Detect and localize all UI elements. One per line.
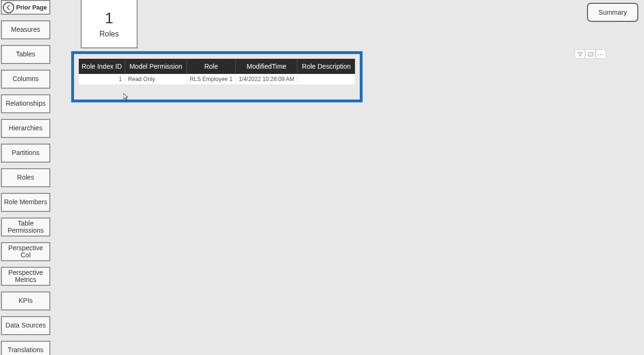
prior-page-button[interactable]: Prior Page	[1, 0, 50, 15]
sidebar-item-perspective-metrics[interactable]: Perspective Metrics	[1, 267, 50, 286]
sidebar-item-table-permissions[interactable]: Table Permissions	[1, 218, 50, 237]
col-modified-time[interactable]: ModifiedTime	[235, 59, 297, 74]
sidebar-item-role-members[interactable]: Role Members	[1, 193, 50, 212]
more-options-button[interactable]: ···	[596, 49, 606, 59]
table-header-row: Role Index ID Model Permission Role Modi…	[79, 59, 355, 74]
cell-model-permission: Read Only	[125, 74, 187, 84]
visual-toolbar: ···	[575, 49, 606, 59]
roles-table: Role Index ID Model Permission Role Modi…	[79, 59, 355, 84]
sidebar-item-tables[interactable]: Tables	[1, 45, 50, 64]
filter-icon	[577, 51, 583, 57]
sidebar-item-translations[interactable]: Translations	[1, 341, 50, 355]
sidebar-item-perspective-col[interactable]: Perspective Col	[1, 242, 50, 261]
roles-count-value: 1	[105, 9, 113, 27]
sidebar-item-hierarchies[interactable]: Hierarchies	[1, 119, 50, 138]
cell-role-index-id: 1	[79, 74, 125, 84]
ellipsis-icon: ···	[597, 50, 605, 58]
col-model-permission[interactable]: Model Permission	[125, 59, 187, 74]
sidebar-item-kpis[interactable]: KPIs	[1, 291, 50, 310]
roles-count-label: Roles	[100, 30, 119, 38]
summary-button[interactable]: Summary	[587, 3, 638, 22]
back-arrow-icon	[3, 2, 14, 13]
sidebar-item-columns[interactable]: Columns	[1, 70, 50, 89]
sidebar-item-measures[interactable]: Measures	[1, 20, 50, 39]
cell-modified-time: 1/4/2022 10:28:09 AM	[235, 74, 297, 84]
focus-mode-button[interactable]	[585, 49, 596, 59]
roles-count-card: 1 Roles	[81, 0, 138, 48]
sidebar-item-roles[interactable]: Roles	[1, 168, 50, 187]
sidebar-item-partitions[interactable]: Partitions	[1, 144, 50, 163]
cell-role: RLS Employee 1	[187, 74, 235, 84]
roles-table-visual[interactable]: Role Index ID Model Permission Role Modi…	[71, 51, 363, 102]
col-role-description[interactable]: Role Description	[298, 59, 355, 74]
cell-role-description	[298, 74, 355, 84]
focus-icon	[588, 51, 594, 57]
col-role[interactable]: Role	[187, 59, 235, 74]
sidebar: Prior Page Measures Tables Columns Relat…	[1, 0, 51, 355]
table-row[interactable]: 1 Read Only RLS Employee 1 1/4/2022 10:2…	[79, 74, 355, 84]
sidebar-item-relationships[interactable]: Relationships	[1, 94, 50, 113]
filter-button[interactable]	[575, 49, 585, 59]
sidebar-item-data-sources[interactable]: Data Sources	[1, 316, 50, 335]
prior-page-label: Prior Page	[16, 4, 47, 11]
col-role-index-id[interactable]: Role Index ID	[79, 59, 125, 74]
